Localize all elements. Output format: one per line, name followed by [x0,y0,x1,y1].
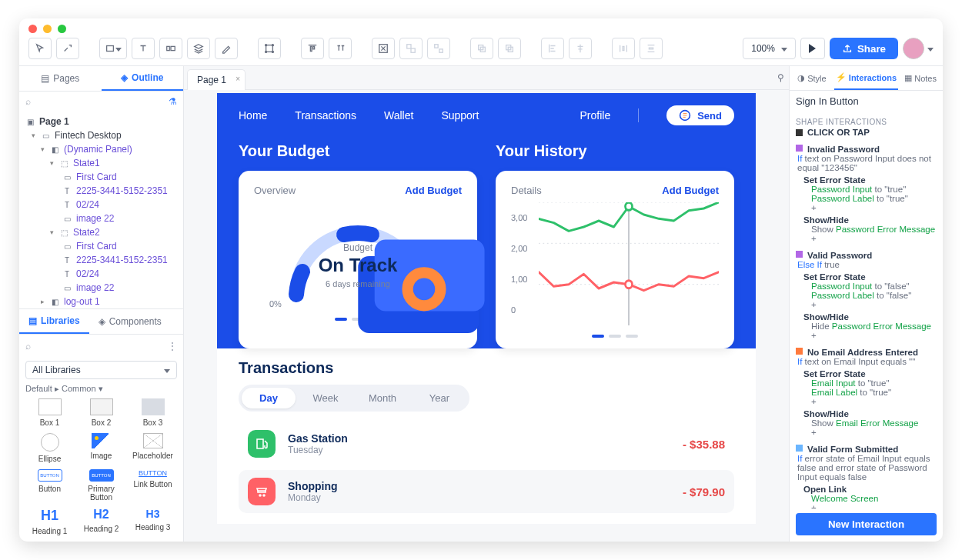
nav-wallet[interactable]: Wallet [384,109,413,122]
add-action-button[interactable]: + [811,300,937,309]
dot[interactable] [592,335,604,338]
distribute-h-button[interactable] [612,38,635,59]
outline-image-2[interactable]: ▭image 22 [19,281,183,295]
user-avatar[interactable] [903,38,924,59]
outline-date-1[interactable]: T02/24 [19,198,183,212]
style-tab[interactable]: ◑ Style [790,66,834,90]
zoom-select[interactable]: 100% [743,38,796,59]
outline-first-card-1[interactable]: ▭First Card [19,170,183,184]
budget-card[interactable]: Overview Add Budget [239,171,477,348]
notes-tab[interactable]: ▦ Notes [898,66,943,90]
libraries-tab[interactable]: ▤ Libraries [19,309,89,334]
shape-primary-button[interactable]: BUTTONPrimary Button [77,469,125,502]
search-icon[interactable]: ⌕ [25,96,31,107]
align-center-button[interactable] [569,38,592,59]
pages-tab[interactable]: ▤ Pages [19,66,102,91]
snap-icon[interactable]: ⚲ [773,69,789,86]
transaction-row[interactable]: ShoppingMonday - $79.90 [239,470,734,513]
event-click-or-tap[interactable]: CLICK OR TAP [796,128,937,137]
search-icon[interactable]: ⌕ [25,341,31,352]
pointer-tool-button[interactable] [28,38,52,59]
distribute-v-button[interactable] [640,38,663,59]
frame-button[interactable] [372,38,395,59]
preview-button[interactable] [800,38,825,59]
shape-link-button[interactable]: BUTTONLink Button [129,469,177,502]
action-line[interactable]: Email Label to "true" [811,388,937,397]
action-line[interactable]: Password Input to "true" [811,185,937,194]
history-card[interactable]: Details Add Budget 3,00 2,00 1,00 0 [496,171,734,348]
outline-first-card-2[interactable]: ▭First Card [19,239,183,253]
seg-month[interactable]: Month [356,388,409,408]
close-icon[interactable]: × [235,75,240,83]
dot[interactable] [609,335,621,338]
components-tab[interactable]: ◈ Components [89,309,171,334]
shape-placeholder[interactable]: Placeholder [129,433,177,463]
outline-tab[interactable]: ◈ Outline [102,66,184,91]
align-left-button[interactable] [541,38,564,59]
outline-date-2[interactable]: T02/24 [19,267,183,281]
interactions-scroll[interactable]: SHAPE INTERACTIONS CLICK OR TAP Invalid … [790,108,943,508]
case-header[interactable]: No Email Address Entered [796,345,937,357]
new-interaction-button[interactable]: New Interaction [796,513,937,535]
outline-ccnum-2[interactable]: T2225-3441-5152-2351 [19,253,183,267]
send-back-button[interactable] [470,38,493,59]
nav-support[interactable]: Support [441,109,479,122]
rectangle-tool-button[interactable] [99,38,127,59]
case-header[interactable]: Invalid Password [796,142,937,154]
shape-button[interactable]: BUTTONButton [25,469,74,502]
outline-folder[interactable]: ▾▭Fintech Desktop [19,128,183,142]
shape-box1[interactable]: Box 1 [25,398,74,427]
bounding-points-button[interactable] [258,38,281,59]
shape-image[interactable]: Image [77,433,125,463]
outline-state2[interactable]: ▾⬚State2 [19,225,183,239]
action-line[interactable]: Email Input to "true" [811,378,937,388]
action-line[interactable]: Password Label to "false" [811,291,937,300]
action-line[interactable]: Hide Password Error Message [811,322,937,331]
outline-page[interactable]: ▣Page 1 [19,115,183,128]
close-window-icon[interactable] [28,25,37,33]
shape-box2[interactable]: Box 2 [77,398,125,427]
outline-dynamic-panel[interactable]: ▾◧(Dynamic Panel) [19,142,183,156]
action-line[interactable]: Password Input to "false" [811,282,937,291]
library-select[interactable]: All Libraries [25,361,177,379]
add-action-button[interactable]: + [811,428,937,437]
outline-image-1[interactable]: ▭image 22 [19,212,183,225]
group-button[interactable] [399,38,423,59]
action-line[interactable]: Show Password Error Message [811,225,937,234]
chevron-down-icon[interactable] [927,43,934,54]
nav-profile[interactable]: Profile [580,109,611,122]
action-line[interactable]: Show Email Error Message [811,418,937,428]
shape-box3[interactable]: Box 3 [129,398,177,427]
action-line[interactable]: Welcome Screen [811,494,937,503]
seg-day[interactable]: Day [242,388,296,408]
library-category[interactable]: Default ▸ Common ▾ [25,384,177,394]
case-header[interactable]: Valid Password [796,248,937,260]
shape-h1[interactable]: H1Heading 1 [25,508,74,535]
canvas[interactable]: Home Transactions Wallet Support Profile… [184,90,789,542]
nav-transactions[interactable]: Transactions [295,109,356,122]
text-tool-button[interactable] [132,38,155,59]
more-icon[interactable]: ⋮ [168,341,177,352]
seg-year[interactable]: Year [413,388,466,408]
case-header[interactable]: Valid Form Submitted [796,442,937,454]
fintech-artboard[interactable]: Home Transactions Wallet Support Profile… [217,93,756,524]
text-style-button[interactable] [329,38,352,59]
outline-state1[interactable]: ▾⬚State1 [19,156,183,170]
add-budget-button-2[interactable]: Add Budget [662,185,719,196]
shape-ellipse[interactable]: Ellipse [25,433,74,463]
add-budget-button[interactable]: Add Budget [405,185,462,196]
nav-home[interactable]: Home [239,109,267,122]
outline-ccnum-1[interactable]: T2225-3441-5152-2351 [19,184,183,198]
seg-week[interactable]: Week [299,388,352,408]
maximize-window-icon[interactable] [58,25,66,33]
bring-front-button[interactable] [498,38,521,59]
pen-tool-button[interactable] [215,38,238,59]
action-line[interactable]: Password Label to "true" [811,194,937,203]
align-top-button[interactable] [301,38,324,59]
transaction-row[interactable]: Gas StationTuesday - $35.88 [239,422,734,465]
form-tool-button[interactable] [159,38,182,59]
shape-h2[interactable]: H2Heading 2 [77,508,125,535]
outline-logout[interactable]: ▸◧log-out 1 [19,295,183,308]
add-action-button[interactable]: + [811,503,937,508]
interactions-tab[interactable]: ⚡ Interactions [834,66,898,90]
